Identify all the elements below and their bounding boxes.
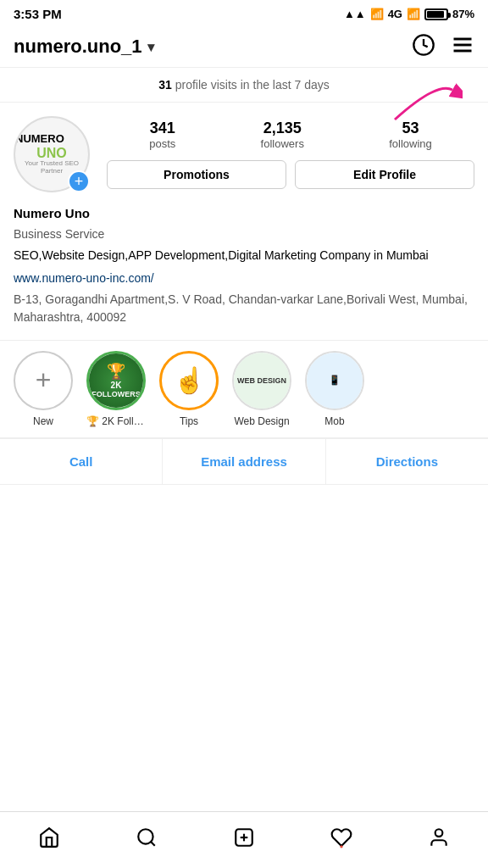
nav-icons (412, 33, 474, 60)
status-icons: ▲▲ 📶 4G 📶 87% (344, 8, 474, 20)
action-buttons: Promotions Edit Profile (107, 160, 474, 189)
highlight-circle-new[interactable]: + (14, 351, 73, 410)
followers-label: followers (261, 137, 304, 150)
highlights-section: + New 🏆 2K FOLLOWERS 🏆 2K Follo... ☝️ Ti… (0, 340, 488, 438)
svg-point-10 (341, 845, 343, 848)
posts-label: posts (149, 137, 175, 150)
menu-button[interactable] (451, 33, 474, 60)
highlight-mob[interactable]: 📱 Mob (305, 351, 364, 427)
followers-stat: 2,135 followers (261, 120, 304, 150)
bio-link[interactable]: www.numero-uno-inc.com/ (14, 270, 474, 287)
profile-section: NUMERO UNO Your Trusted SEO Partner + 34… (0, 103, 488, 201)
bottom-nav (0, 811, 488, 868)
search-icon (136, 826, 158, 849)
highlight-label-mob: Mob (324, 415, 344, 427)
network-type: 4G (388, 8, 402, 20)
wifi-signal: 📶 (407, 8, 420, 20)
avatar-logo: NUMERO UNO Your Trusted SEO Partner (15, 133, 88, 175)
create-icon (233, 826, 255, 849)
following-label: following (389, 137, 432, 150)
highlight-label-new: New (33, 415, 53, 427)
highlight-circle-mob[interactable]: 📱 (305, 351, 364, 410)
svg-point-5 (138, 829, 152, 843)
svg-point-11 (435, 829, 443, 837)
highlight-circle-2k[interactable]: 🏆 2K FOLLOWERS (86, 351, 146, 410)
bio-section: Numero Uno Business Service SEO,Website … (0, 201, 488, 340)
nav-activity[interactable] (320, 821, 363, 854)
profile-visits-banner: 31 profile visits in the last 7 days (0, 68, 488, 103)
top-nav: numero.uno_1 ▾ (0, 26, 488, 68)
username-label: numero.uno_1 (14, 36, 142, 58)
add-story-button[interactable]: + (68, 170, 90, 192)
highlight-2k-followers[interactable]: 🏆 2K FOLLOWERS 🏆 2K Follo... (86, 351, 146, 427)
highlight-web-design[interactable]: WEB DESIGN Web Design (232, 351, 291, 427)
bio-category: Business Service (14, 225, 474, 243)
history-button[interactable] (412, 33, 435, 60)
bio-address: B-13, Goragandhi Apartment,S. V Road, Ch… (14, 291, 474, 326)
following-count: 53 (402, 120, 419, 137)
svg-line-6 (151, 842, 155, 846)
bio-description: SEO,Website Design,APP Development,Digit… (14, 247, 474, 264)
visits-count: 31 (158, 78, 172, 92)
highlight-circle-web[interactable]: WEB DESIGN (232, 351, 291, 410)
bio-name: Numero Uno (14, 204, 474, 224)
highlight-label-web: Web Design (234, 415, 289, 427)
status-bar: 3:53 PM ▲▲ 📶 4G 📶 87% (0, 0, 488, 26)
following-stat: 53 following (389, 120, 432, 150)
edit-profile-button[interactable]: Edit Profile (295, 160, 474, 189)
username-area[interactable]: numero.uno_1 ▾ (14, 36, 154, 58)
highlight-new[interactable]: + New (14, 351, 73, 427)
posts-stat: 341 posts (149, 120, 175, 150)
highlight-2k-inner: 🏆 2K FOLLOWERS (89, 353, 143, 408)
promotions-button[interactable]: Promotions (107, 160, 286, 189)
avatar-wrapper: NUMERO UNO Your Trusted SEO Partner + (14, 116, 90, 192)
visits-text: profile visits in the last 7 days (175, 78, 330, 92)
directions-button[interactable]: Directions (326, 439, 488, 484)
network-indicator: ▲▲ (344, 8, 366, 20)
posts-count: 341 (150, 120, 175, 137)
stats-row: 341 posts 2,135 followers 53 following (107, 120, 474, 150)
home-icon (38, 826, 60, 849)
email-button[interactable]: Email address (163, 439, 325, 484)
battery-percent: 87% (452, 8, 474, 20)
call-button[interactable]: Call (0, 439, 163, 484)
nav-create[interactable] (223, 821, 265, 854)
highlight-mob-inner: 📱 (307, 353, 363, 409)
highlight-label-2k: 🏆 2K Follo... (86, 415, 146, 427)
chevron-down-icon[interactable]: ▾ (147, 39, 154, 55)
profile-icon (428, 826, 450, 849)
status-time: 3:53 PM (14, 7, 62, 21)
stats-area: 341 posts 2,135 followers 53 following P… (107, 120, 474, 189)
highlight-web-inner: WEB DESIGN (234, 353, 290, 409)
battery-icon (424, 8, 448, 20)
heart-icon (330, 826, 352, 849)
nav-home[interactable] (28, 821, 70, 854)
nav-profile[interactable] (418, 821, 460, 854)
followers-count: 2,135 (263, 120, 302, 137)
highlight-label-tips: Tips (180, 415, 198, 427)
contact-bar: Call Email address Directions (0, 438, 488, 485)
plus-icon: + (36, 364, 52, 396)
highlight-circle-tips[interactable]: ☝️ (159, 351, 219, 410)
highlight-tips[interactable]: ☝️ Tips (159, 351, 219, 427)
signal-bars: 📶 (370, 8, 384, 20)
highlights-row: + New 🏆 2K FOLLOWERS 🏆 2K Follo... ☝️ Ti… (14, 351, 474, 427)
highlight-tips-inner: ☝️ (162, 353, 216, 408)
nav-search[interactable] (125, 821, 168, 854)
